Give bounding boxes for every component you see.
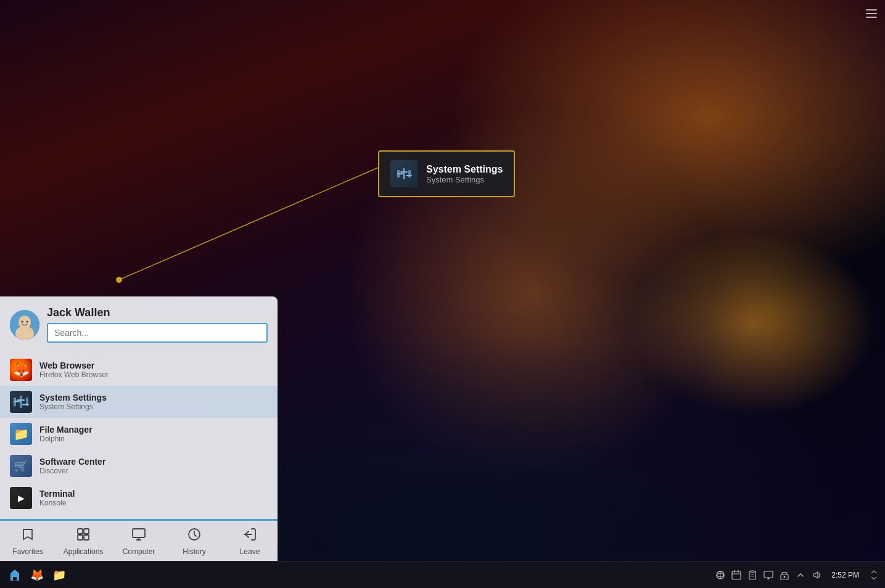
svg-rect-15	[20, 396, 22, 408]
svg-rect-7	[406, 175, 412, 176]
tooltip-title: System Settings	[426, 164, 503, 175]
app-name: Software Center	[39, 457, 105, 467]
svg-rect-22	[84, 535, 89, 540]
calendar-icon[interactable]	[730, 569, 743, 581]
app-info: Terminal Konsole	[39, 489, 75, 507]
app-name: Terminal	[39, 489, 75, 499]
network-icon[interactable]	[714, 569, 727, 581]
list-item[interactable]: Web Browser Firefox Web Browser	[0, 354, 278, 386]
software-center-icon	[10, 455, 32, 477]
expand-tray-icon[interactable]	[868, 569, 880, 581]
taskbar-files[interactable]: 📁	[49, 565, 69, 585]
user-info-right: Jack Wallen	[47, 306, 268, 343]
svg-rect-28	[732, 571, 741, 579]
nav-applications-label: Applications	[64, 547, 104, 556]
svg-rect-16	[17, 399, 25, 401]
svg-rect-20	[84, 529, 89, 534]
svg-rect-5	[400, 171, 408, 173]
nav-history[interactable]: History	[167, 521, 222, 561]
app-subtitle: Konsole	[39, 499, 75, 507]
nav-leave[interactable]: Leave	[222, 521, 278, 561]
taskbar: 🦊 📁	[0, 561, 885, 588]
svg-rect-21	[78, 535, 83, 540]
applications-icon	[76, 527, 91, 545]
svg-rect-23	[133, 529, 145, 537]
computer-icon	[131, 527, 146, 545]
app-subtitle: Dolphin	[39, 435, 93, 443]
app-info: Web Browser Firefox Web Browser	[39, 361, 109, 379]
nav-computer[interactable]: Computer	[111, 521, 167, 561]
start-menu: Jack Wallen Web Browser Firefox Web Brow…	[0, 296, 278, 561]
taskbar-firefox[interactable]: 🦊	[27, 565, 47, 585]
firefox-icon	[10, 359, 32, 381]
svg-rect-4	[403, 168, 405, 179]
tooltip-subtitle: System Settings	[426, 175, 503, 184]
svg-rect-25	[12, 577, 17, 581]
app-subtitle: Discover	[39, 467, 105, 475]
svg-point-12	[27, 321, 28, 322]
lock-icon[interactable]	[778, 569, 791, 581]
svg-rect-36	[764, 571, 773, 578]
app-subtitle: Firefox Web Browser	[39, 370, 109, 379]
svg-rect-18	[22, 404, 29, 406]
list-item[interactable]: Software Center Discover	[0, 450, 278, 482]
system-tray	[714, 569, 823, 581]
hamburger-line-3	[866, 17, 877, 18]
app-name: Web Browser	[39, 361, 109, 370]
app-info: File Manager Dolphin	[39, 425, 93, 443]
chevron-up-icon[interactable]	[794, 569, 807, 581]
leave-icon	[242, 527, 257, 545]
app-name: File Manager	[39, 425, 93, 435]
hamburger-menu-button[interactable]	[863, 5, 880, 22]
app-name: System Settings	[39, 393, 107, 402]
nav-computer-label: Computer	[123, 547, 155, 556]
hamburger-line-1	[866, 9, 877, 10]
svg-rect-19	[78, 529, 83, 534]
svg-rect-3	[397, 173, 403, 174]
svg-point-40	[784, 576, 786, 578]
nav-applications[interactable]: Applications	[56, 521, 111, 561]
avatar-face	[10, 310, 39, 340]
user-avatar[interactable]	[10, 310, 39, 340]
taskbar-right: 2:52 PM	[714, 569, 880, 581]
list-item[interactable]: System Settings System Settings	[0, 386, 278, 418]
clipboard-icon[interactable]	[746, 569, 759, 581]
app-info: System Settings System Settings	[39, 393, 107, 411]
app-info: Software Center Discover	[39, 457, 105, 475]
search-input[interactable]	[47, 323, 268, 343]
start-button[interactable]	[5, 565, 25, 585]
settings-icon	[10, 391, 32, 413]
tooltip-app-icon	[390, 160, 418, 187]
nav-history-label: History	[183, 547, 205, 556]
start-icon	[8, 568, 22, 582]
clock-display[interactable]: 2:52 PM	[828, 571, 863, 579]
volume-icon[interactable]	[810, 569, 823, 581]
nav-leave-label: Leave	[240, 547, 260, 556]
taskbar-left: 🦊 📁	[5, 565, 69, 585]
system-settings-tooltip: System Settings System Settings	[378, 150, 515, 197]
app-list: Web Browser Firefox Web Browser System S…	[0, 349, 278, 519]
svg-rect-33	[751, 571, 754, 573]
svg-rect-6	[408, 170, 411, 178]
nav-favorites-label: Favorites	[12, 547, 43, 556]
bottom-nav: Favorites Applications Computer	[0, 519, 278, 561]
settings-icon-svg	[395, 165, 413, 182]
terminal-icon	[10, 487, 32, 509]
list-item[interactable]: File Manager Dolphin	[0, 418, 278, 450]
filemanager-icon	[10, 423, 32, 445]
user-name: Jack Wallen	[47, 306, 268, 319]
list-item[interactable]: Terminal Konsole	[0, 482, 278, 514]
user-header: Jack Wallen	[0, 296, 278, 349]
favorites-icon	[20, 527, 35, 545]
hamburger-line-2	[866, 13, 877, 14]
app-subtitle: System Settings	[39, 402, 107, 411]
display-icon[interactable]	[762, 569, 775, 581]
avatar-svg	[10, 310, 39, 340]
history-icon	[187, 527, 202, 545]
svg-point-11	[22, 321, 23, 322]
tooltip-text-container: System Settings System Settings	[426, 164, 503, 184]
nav-favorites[interactable]: Favorites	[0, 519, 56, 561]
